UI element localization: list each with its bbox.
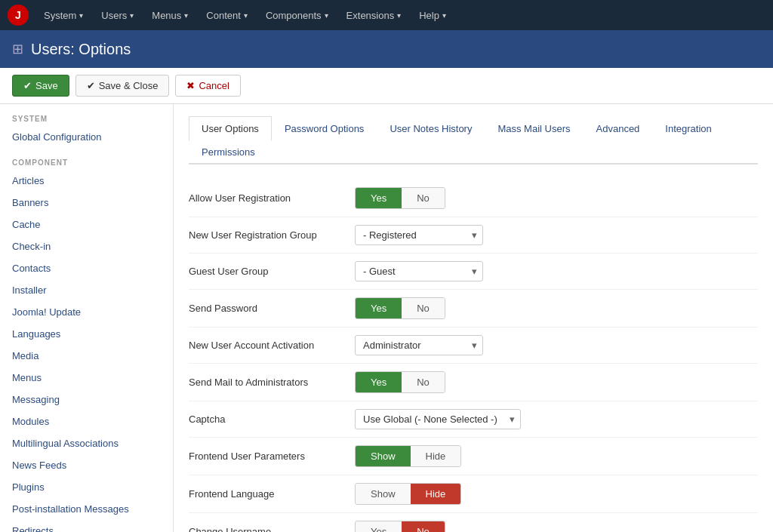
nav-extensions[interactable]: Extensions▾ xyxy=(339,5,409,26)
guest-user-group-label: Guest User Group xyxy=(189,266,355,277)
sidebar-item-cache[interactable]: Cache xyxy=(0,214,173,235)
sidebar-item-news-feeds[interactable]: News Feeds xyxy=(0,454,173,476)
change-username-toggle: Yes No xyxy=(355,521,445,532)
frontend-user-parameters-hide-button[interactable]: Hide xyxy=(411,446,461,466)
check-icon: ✔ xyxy=(87,80,95,91)
sidebar-item-contacts[interactable]: Contacts xyxy=(0,257,173,279)
sidebar-item-check-in[interactable]: Check-in xyxy=(0,235,173,257)
tab-mass-mail-users[interactable]: Mass Mail Users xyxy=(485,116,583,141)
frontend-user-parameters-show-button[interactable]: Show xyxy=(356,446,411,466)
nav-components[interactable]: Components▾ xyxy=(258,5,336,26)
new-user-registration-group-control: - Registered - Administrator - Super Use… xyxy=(355,225,758,245)
sidebar-item-global-configuration[interactable]: Global Configuration xyxy=(0,126,173,148)
send-password-control: Yes No xyxy=(355,297,758,319)
frontend-language-toggle: Show Hide xyxy=(355,483,461,505)
allow-registration-no-button[interactable]: No xyxy=(402,188,445,208)
send-mail-administrators-toggle: Yes No xyxy=(355,371,445,393)
sidebar-item-joomla-update[interactable]: Joomla! Update xyxy=(0,301,173,323)
sidebar: SYSTEM Global Configuration COMPONENT Ar… xyxy=(0,104,174,532)
send-mail-administrators-label: Send Mail to Administrators xyxy=(189,377,355,388)
tab-user-notes-history[interactable]: User Notes History xyxy=(377,116,485,141)
sidebar-item-modules[interactable]: Modules xyxy=(0,411,173,432)
tab-user-options[interactable]: User Options xyxy=(189,116,272,141)
new-user-account-activation-select[interactable]: Administrator None Self xyxy=(355,335,483,355)
send-password-no-button[interactable]: No xyxy=(402,298,445,318)
tab-password-options[interactable]: Password Options xyxy=(272,116,377,141)
change-username-control: Yes No xyxy=(355,521,758,532)
new-user-registration-group-select[interactable]: - Registered - Administrator - Super Use… xyxy=(355,225,483,245)
change-username-no-button[interactable]: No xyxy=(402,521,445,532)
tabs: User Options Password Options User Notes… xyxy=(189,116,758,165)
guest-user-group-select-wrap: - Guest - Public - Registered xyxy=(355,261,483,281)
new-user-account-activation-label: New User Account Activation xyxy=(189,340,355,351)
frontend-user-parameters-row: Frontend User Parameters Show Hide xyxy=(189,438,758,475)
new-user-registration-group-select-wrap: - Registered - Administrator - Super Use… xyxy=(355,225,483,245)
send-password-row: Send Password Yes No xyxy=(189,290,758,328)
nav-users[interactable]: Users▾ xyxy=(94,5,141,26)
change-username-row: Change Username Yes No xyxy=(189,513,758,532)
nav-system[interactable]: System▾ xyxy=(36,5,91,26)
new-user-registration-group-row: New User Registration Group - Registered… xyxy=(189,217,758,254)
captcha-label: Captcha xyxy=(189,414,355,425)
sidebar-item-articles[interactable]: Articles xyxy=(0,170,173,192)
top-navigation: J System▾ Users▾ Menus▾ Content▾ Compone… xyxy=(0,0,773,30)
send-mail-yes-button[interactable]: Yes xyxy=(356,372,402,392)
nav-menus[interactable]: Menus▾ xyxy=(144,5,196,26)
guest-user-group-select[interactable]: - Guest - Public - Registered xyxy=(355,261,483,281)
sidebar-item-redirects[interactable]: Redirects xyxy=(0,520,173,532)
tab-integration[interactable]: Integration xyxy=(652,116,724,141)
save-button[interactable]: ✔ Save xyxy=(12,75,69,97)
allow-registration-yes-button[interactable]: Yes xyxy=(356,188,402,208)
frontend-language-control: Show Hide xyxy=(355,483,758,505)
sidebar-item-media[interactable]: Media xyxy=(0,345,173,367)
cancel-icon: ✖ xyxy=(186,80,195,91)
page-title: Users: Options xyxy=(31,41,131,58)
sidebar-item-post-installation-messages[interactable]: Post-installation Messages xyxy=(0,498,173,520)
page-title-bar: ⊞ Users: Options xyxy=(0,30,773,68)
send-mail-no-button[interactable]: No xyxy=(402,372,445,392)
send-mail-administrators-row: Send Mail to Administrators Yes No xyxy=(189,364,758,401)
allow-user-registration-control: Yes No xyxy=(355,187,758,209)
guest-user-group-control: - Guest - Public - Registered xyxy=(355,261,758,281)
sidebar-item-installer[interactable]: Installer xyxy=(0,279,173,301)
sidebar-item-languages[interactable]: Languages xyxy=(0,323,173,345)
save-icon: ✔ xyxy=(23,80,32,91)
captcha-select-wrap: Use Global (- None Selected -) None xyxy=(355,409,521,429)
captcha-select[interactable]: Use Global (- None Selected -) None xyxy=(355,409,521,429)
guest-user-group-row: Guest User Group - Guest - Public - Regi… xyxy=(189,254,758,290)
change-username-label: Change Username xyxy=(189,526,355,532)
send-password-yes-button[interactable]: Yes xyxy=(356,298,402,318)
sidebar-item-menus[interactable]: Menus xyxy=(0,367,173,389)
frontend-language-hide-button[interactable]: Hide xyxy=(411,484,461,504)
change-username-yes-button[interactable]: Yes xyxy=(356,521,402,532)
sidebar-item-plugins[interactable]: Plugins xyxy=(0,476,173,498)
user-options-form: Allow User Registration Yes No New User … xyxy=(189,180,758,532)
sidebar-item-multilingual-associations[interactable]: Multilingual Associations xyxy=(0,432,173,454)
frontend-user-parameters-control: Show Hide xyxy=(355,445,758,467)
send-mail-administrators-control: Yes No xyxy=(355,371,758,393)
frontend-user-parameters-label: Frontend User Parameters xyxy=(189,451,355,462)
allow-user-registration-row: Allow User Registration Yes No xyxy=(189,180,758,217)
sidebar-item-messaging[interactable]: Messaging xyxy=(0,389,173,411)
tab-advanced[interactable]: Advanced xyxy=(584,116,653,141)
captcha-row: Captcha Use Global (- None Selected -) N… xyxy=(189,401,758,438)
frontend-user-parameters-toggle: Show Hide xyxy=(355,445,461,467)
frontend-language-show-button[interactable]: Show xyxy=(356,484,411,504)
nav-content[interactable]: Content▾ xyxy=(199,5,255,26)
new-user-account-activation-select-wrap: Administrator None Self xyxy=(355,335,483,355)
save-close-button[interactable]: ✔ Save & Close xyxy=(75,75,170,97)
send-password-label: Send Password xyxy=(189,303,355,314)
cancel-button[interactable]: ✖ Cancel xyxy=(175,75,240,97)
send-password-toggle: Yes No xyxy=(355,297,445,319)
tab-permissions[interactable]: Permissions xyxy=(189,140,268,165)
captcha-control: Use Global (- None Selected -) None xyxy=(355,409,758,429)
toolbar: ✔ Save ✔ Save & Close ✖ Cancel xyxy=(0,68,773,104)
component-section-label: COMPONENT xyxy=(0,148,173,170)
sidebar-item-banners[interactable]: Banners xyxy=(0,192,173,214)
new-user-registration-group-label: New User Registration Group xyxy=(189,229,355,241)
new-user-account-activation-row: New User Account Activation Administrato… xyxy=(189,328,758,364)
content-area: User Options Password Options User Notes… xyxy=(174,104,773,532)
allow-user-registration-toggle: Yes No xyxy=(355,187,445,209)
grid-icon: ⊞ xyxy=(12,41,23,57)
nav-help[interactable]: Help▾ xyxy=(411,5,454,26)
